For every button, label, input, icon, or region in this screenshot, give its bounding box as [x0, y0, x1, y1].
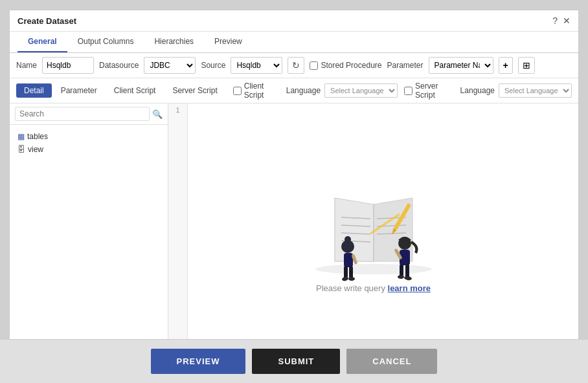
sub-tab-detail[interactable]: Detail: [16, 83, 52, 98]
tree: ▦ tables 🗄 view: [10, 125, 168, 161]
table-icon: ▦: [17, 132, 25, 141]
tree-label-view: view: [28, 145, 43, 154]
server-script-checkbox[interactable]: [404, 87, 413, 95]
editor-area[interactable]: Please write query learn more: [168, 104, 578, 368]
dialog-body: 🔍 ▦ tables 🗄 view 1: [10, 104, 578, 368]
client-script-label: Client Script: [244, 82, 282, 100]
add-button[interactable]: +: [499, 57, 513, 74]
sub-tabs: Detail Parameter Client Script Server Sc…: [10, 78, 578, 104]
language-label-1: Language: [286, 86, 321, 95]
search-input[interactable]: [15, 107, 150, 121]
help-icon[interactable]: ?: [552, 16, 558, 26]
stored-procedure-checkbox-label[interactable]: Stored Procedure: [310, 61, 381, 70]
search-icon: 🔍: [152, 109, 163, 119]
server-script-checkbox-label[interactable]: Server Script: [404, 82, 457, 100]
source-label: Source: [201, 61, 225, 70]
sub-tab-client-script[interactable]: Client Script: [106, 83, 164, 98]
line-number-1: 1: [175, 106, 179, 114]
grid-icon: ⊞: [523, 60, 530, 71]
sub-tab-parameter[interactable]: Parameter: [53, 83, 105, 98]
view-icon: 🗄: [17, 145, 25, 154]
main-tabs: General Output Columns Hierarchies Previ…: [10, 32, 578, 53]
stored-procedure-label: Stored Procedure: [321, 61, 381, 70]
language-label-2: Language: [460, 86, 495, 95]
tree-item-view[interactable]: 🗄 view: [15, 143, 163, 156]
grid-button[interactable]: ⊞: [518, 57, 535, 74]
svg-point-24: [398, 275, 404, 279]
create-dataset-dialog: Create Dataset ? ✕ General Output Column…: [9, 10, 579, 369]
client-script-group: Client Script Language Select Language: [233, 82, 398, 100]
illustration-area: Please write query learn more: [283, 153, 464, 307]
hint-text: Please write query: [316, 283, 388, 293]
svg-rect-14: [344, 253, 353, 267]
tab-hierarchies[interactable]: Hierarchies: [144, 32, 204, 52]
svg-rect-22: [400, 264, 403, 277]
svg-point-0: [315, 264, 432, 274]
sidebar: 🔍 ▦ tables 🗄 view: [10, 104, 168, 368]
svg-rect-23: [405, 264, 409, 278]
footer: PREVIEW SUBMIT CANCEL: [0, 339, 588, 383]
learn-more-link[interactable]: learn more: [388, 283, 431, 293]
source-select[interactable]: Hsqldb: [231, 57, 282, 74]
main-content: 1: [168, 104, 578, 368]
preview-button[interactable]: PREVIEW: [151, 349, 246, 374]
line-numbers: 1: [168, 104, 188, 368]
search-box: 🔍: [10, 104, 168, 125]
svg-rect-16: [349, 266, 353, 279]
tab-output-columns[interactable]: Output Columns: [67, 32, 144, 52]
illustration-svg: [296, 166, 451, 282]
stored-procedure-checkbox[interactable]: [310, 61, 318, 70]
query-hint: Please write query learn more: [316, 282, 431, 294]
client-script-checkbox-label[interactable]: Client Script: [233, 82, 282, 100]
svg-point-25: [403, 276, 412, 281]
datasource-label: Datasource: [99, 61, 139, 70]
parameter-label: Parameter: [387, 61, 423, 70]
language-select-1[interactable]: Select Language: [324, 83, 398, 98]
plus-icon: +: [503, 60, 508, 71]
dialog-header: Create Dataset ? ✕: [10, 10, 578, 32]
cancel-button[interactable]: CANCEL: [346, 349, 437, 374]
parameter-select[interactable]: Parameter Name: [429, 57, 493, 74]
svg-point-18: [348, 277, 355, 281]
svg-point-13: [345, 236, 351, 243]
tree-label-tables: tables: [27, 132, 48, 141]
name-label: Name: [16, 61, 37, 70]
toolbar: Name Datasource JDBC Source Hsqldb ↻ Sto…: [10, 53, 578, 78]
close-icon[interactable]: ✕: [563, 16, 571, 26]
refresh-button[interactable]: ↻: [288, 57, 304, 74]
dialog-header-icons: ? ✕: [552, 16, 571, 26]
datasource-select[interactable]: JDBC: [144, 57, 196, 74]
tab-preview[interactable]: Preview: [204, 32, 253, 52]
sub-tabs-right: Client Script Language Select Language S…: [233, 82, 572, 100]
submit-button[interactable]: SUBMIT: [252, 349, 340, 374]
server-script-label: Server Script: [415, 82, 457, 100]
server-script-group: Server Script Language Select Language: [404, 82, 572, 100]
tab-general[interactable]: General: [17, 32, 67, 52]
client-script-checkbox[interactable]: [233, 87, 242, 95]
name-input[interactable]: [42, 57, 94, 74]
language-select-2[interactable]: Select Language: [499, 83, 572, 98]
dialog-title: Create Dataset: [17, 16, 76, 26]
sub-tab-server-script[interactable]: Server Script: [164, 83, 225, 98]
tree-item-tables[interactable]: ▦ tables: [15, 130, 163, 143]
